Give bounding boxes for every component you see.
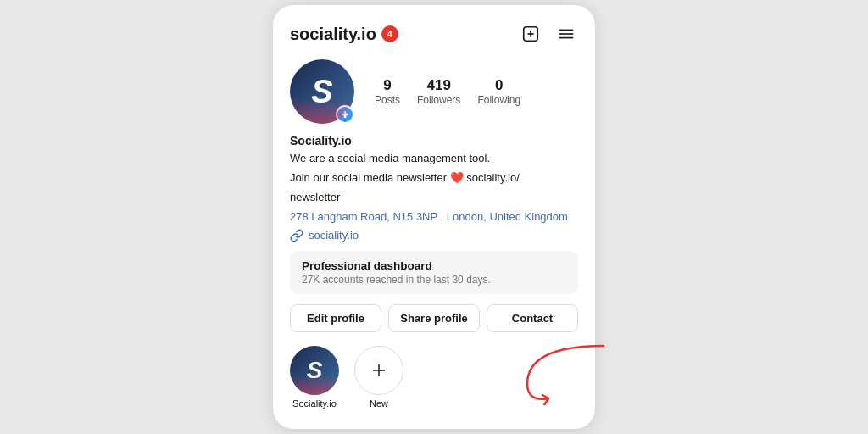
action-buttons: Edit profile Share profile Contact [290,304,578,332]
edit-profile-button[interactable]: Edit profile [290,304,381,332]
app-title: sociality.io [290,25,376,44]
story-letter: S [307,357,323,384]
bio-line3: newsletter [290,190,578,206]
header-row: sociality.io 4 [290,22,578,46]
following-count: 0 [495,77,503,94]
website-link[interactable]: sociality.io [309,229,359,242]
story-item-sociality[interactable]: S Sociality.io [290,346,339,409]
dashboard-subtitle: 27K accounts reached in the last 30 days… [302,274,566,286]
menu-button[interactable] [554,22,578,46]
dashboard-title: Professional dashboard [302,259,566,272]
followers-stat[interactable]: 419 Followers [417,77,460,106]
header-icons [519,22,578,46]
posts-label: Posts [375,94,400,106]
avatar-wrap: S [290,59,354,124]
profile-row: S 9 Posts 419 Followers 0 Following [290,59,578,124]
new-story-plus-icon [369,360,389,381]
username: Sociality.io [290,134,578,147]
bio-section: Sociality.io We are a social media manag… [290,134,578,242]
plus-square-icon [521,25,540,43]
hamburger-icon [557,25,576,43]
dashboard-card[interactable]: Professional dashboard 27K accounts reac… [290,251,578,294]
story-avatar: S [290,346,339,395]
link-icon [290,229,303,242]
bio-address[interactable]: 278 Langham Road, N15 3NP , London, Unit… [290,209,578,225]
story-label: Sociality.io [292,398,337,409]
followers-label: Followers [417,94,460,106]
stats-row: 9 Posts 419 Followers 0 Following [375,77,578,106]
story-row: S Sociality.io New [290,346,578,409]
followers-count: 419 [427,77,451,94]
new-story-circle[interactable] [354,346,403,395]
following-label: Following [477,94,520,106]
contact-button[interactable]: Contact [487,304,578,332]
website-row: sociality.io [290,229,578,242]
new-story-label: New [370,398,388,409]
phone-card: sociality.io 4 [273,5,595,428]
avatar[interactable]: S [290,59,354,124]
posts-count: 9 [383,77,391,94]
bio-line2: Join our social media newsletter ❤️ soci… [290,170,578,186]
avatar-letter: S [311,74,332,110]
bio-line1: We are a social media management tool. [290,151,578,167]
story-item-new[interactable]: New [354,346,403,409]
posts-stat[interactable]: 9 Posts [375,77,400,106]
following-stat[interactable]: 0 Following [477,77,520,106]
add-post-button[interactable] [519,22,542,46]
app-title-wrap: sociality.io 4 [290,25,398,44]
share-profile-button[interactable]: Share profile [388,304,480,332]
notification-badge: 4 [381,25,398,42]
